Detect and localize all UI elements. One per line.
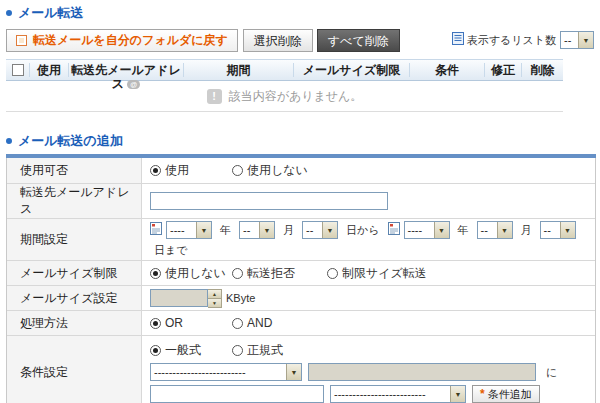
add-forward-form: 使用可否 使用 使用しない 転送先メールアドレス 期間設定 ----▼ 年 --…	[6, 158, 596, 403]
select-all-checkbox[interactable]	[12, 64, 24, 76]
forward-address-input[interactable]	[150, 192, 388, 210]
radio-size-forward[interactable]: 制限サイズ転送	[327, 265, 427, 282]
radio-selected-icon	[150, 268, 161, 279]
from-year-select[interactable]: ----▼	[166, 221, 212, 239]
condition-value-value: -------------------------	[331, 386, 450, 402]
condition-field-subrow: -------------------------▼ に	[150, 363, 587, 381]
radio-size-reject[interactable]: 転送拒否	[232, 265, 327, 282]
size-spinner: ▲▼	[208, 289, 222, 307]
from-day-select[interactable]: --▼	[302, 221, 338, 239]
header-edit: 修正	[484, 63, 521, 77]
radio-usage-off[interactable]: 使用しない	[232, 162, 308, 179]
radio-cond-regex-label: 正規式	[247, 342, 283, 359]
to-month-value: --	[478, 222, 497, 238]
chevron-down-icon: ▼	[286, 364, 301, 380]
header-use: 使用	[29, 63, 68, 77]
to-day-select[interactable]: --▼	[540, 221, 576, 239]
month-unit: 月	[521, 223, 532, 238]
select-all-cell	[6, 63, 29, 77]
radio-method-and-label: AND	[247, 316, 272, 330]
radio-cond-general-label: 一般式	[165, 342, 201, 359]
return-to-folder-button[interactable]: 転送メールを自分のフォルダに戻す	[6, 29, 238, 52]
radio-usage-on[interactable]: 使用	[150, 162, 232, 179]
condition-field-value: -------------------------	[151, 364, 286, 380]
from-day-value: --	[303, 222, 322, 238]
radio-icon	[327, 268, 338, 279]
add-condition-button[interactable]: * 条件追加	[472, 385, 540, 403]
method-label: 処理方法	[7, 311, 142, 335]
radio-selected-icon	[150, 318, 161, 329]
return-to-folder-label: 転送メールを自分のフォルダに戻す	[33, 32, 228, 49]
month-unit: 月	[283, 223, 294, 238]
radio-size-reject-label: 転送拒否	[247, 265, 295, 282]
chevron-down-icon: ▼	[196, 222, 211, 238]
header-delete: 削除	[521, 63, 563, 77]
chevron-down-icon: ▼	[450, 386, 465, 402]
chevron-down-icon: ▼	[434, 222, 449, 238]
page-title: メール転送	[18, 4, 84, 22]
address-row: 転送先メールアドレス	[7, 183, 595, 218]
spinner-down-icon[interactable]: ▼	[208, 299, 222, 308]
calendar-icon[interactable]	[150, 222, 162, 238]
radio-selected-icon	[150, 345, 161, 356]
period-row: 期間設定 ----▼ 年 --▼ 月 --▼ 日から ----▼ 年 --▼ 月…	[7, 218, 595, 260]
to-year-select[interactable]: ----▼	[404, 221, 450, 239]
header-size-limit: メールサイズ制限	[293, 63, 409, 77]
list-count-value: --	[561, 32, 578, 48]
size-unit-label: KByte	[226, 292, 255, 304]
radio-usage-off-label: 使用しない	[247, 162, 308, 179]
usage-label: 使用可否	[7, 158, 142, 183]
method-row: 処理方法 OR AND	[7, 310, 595, 335]
radio-icon	[232, 268, 243, 279]
spinner-up-icon[interactable]: ▲	[208, 289, 222, 299]
section-bullet-icon	[6, 138, 12, 144]
add-section-title: メール転送の追加	[6, 133, 594, 149]
asterisk-icon: *	[480, 389, 485, 399]
calendar-icon[interactable]	[388, 222, 400, 238]
select-delete-button[interactable]: 選択削除	[243, 29, 313, 52]
forward-list-header: 使用 転送先メールアドレス@ 期間 メールサイズ制限 条件 修正 削除	[6, 59, 563, 81]
size-limit-row: メールサイズ制限 使用しない 転送拒否 制限サイズ転送	[7, 260, 595, 285]
list-toolbar: 転送メールを自分のフォルダに戻す 選択削除 すべて削除 表示するリスト数 --▼	[6, 28, 594, 52]
delete-all-button[interactable]: すべて削除	[317, 29, 400, 52]
mail-forward-page: メール転送 転送メールを自分のフォルダに戻す 選択削除 すべて削除 表示するリス…	[0, 0, 600, 403]
day-to-unit: 日まで	[154, 243, 188, 258]
radio-method-or-label: OR	[165, 316, 183, 330]
to-month-select[interactable]: --▼	[477, 221, 513, 239]
header-condition: 条件	[409, 63, 484, 77]
radio-size-off[interactable]: 使用しない	[150, 265, 232, 282]
to-day-value: --	[541, 222, 560, 238]
size-setting-label: メールサイズ設定	[7, 286, 142, 310]
day-from-unit: 日から	[346, 223, 380, 238]
radio-cond-general[interactable]: 一般式	[150, 342, 226, 359]
radio-method-or[interactable]: OR	[150, 316, 232, 330]
size-setting-row: メールサイズ設定 ▲▼ KByte	[7, 285, 595, 310]
radio-cond-regex[interactable]: 正規式	[232, 342, 283, 359]
radio-method-and[interactable]: AND	[232, 316, 272, 330]
orange-checkbox-icon	[16, 35, 27, 46]
list-count-select[interactable]: --▼	[560, 31, 594, 49]
condition-field-select[interactable]: -------------------------▼	[150, 363, 302, 381]
condition-row: 条件設定 一般式 正規式 -------------------------▼ …	[7, 335, 595, 403]
from-year-value: ----	[167, 222, 196, 238]
address-label: 転送先メールアドレス	[7, 184, 142, 218]
size-limit-label: メールサイズ制限	[7, 261, 142, 285]
condition-value-select[interactable]: -------------------------▼	[330, 385, 466, 403]
condition-keyword-input[interactable]	[150, 385, 324, 403]
year-unit: 年	[220, 223, 231, 238]
condition-target-input[interactable]	[308, 363, 536, 381]
list-count-label: 表示するリスト数	[467, 33, 556, 48]
add-section-title-text: メール転送の追加	[18, 132, 123, 150]
list-icon	[452, 32, 464, 48]
from-month-select[interactable]: --▼	[239, 221, 275, 239]
usage-row: 使用可否 使用 使用しない	[7, 158, 595, 183]
size-value-input[interactable]	[150, 289, 208, 307]
radio-usage-on-label: 使用	[165, 162, 189, 179]
chevron-down-icon: ▼	[578, 32, 593, 48]
list-section-title: メール転送	[6, 5, 594, 21]
chevron-down-icon: ▼	[560, 222, 575, 238]
chevron-down-icon: ▼	[259, 222, 274, 238]
section-bullet-icon	[6, 10, 12, 16]
condition-value-subrow: -------------------------▼ * 条件追加	[150, 385, 587, 403]
radio-icon	[232, 318, 243, 329]
